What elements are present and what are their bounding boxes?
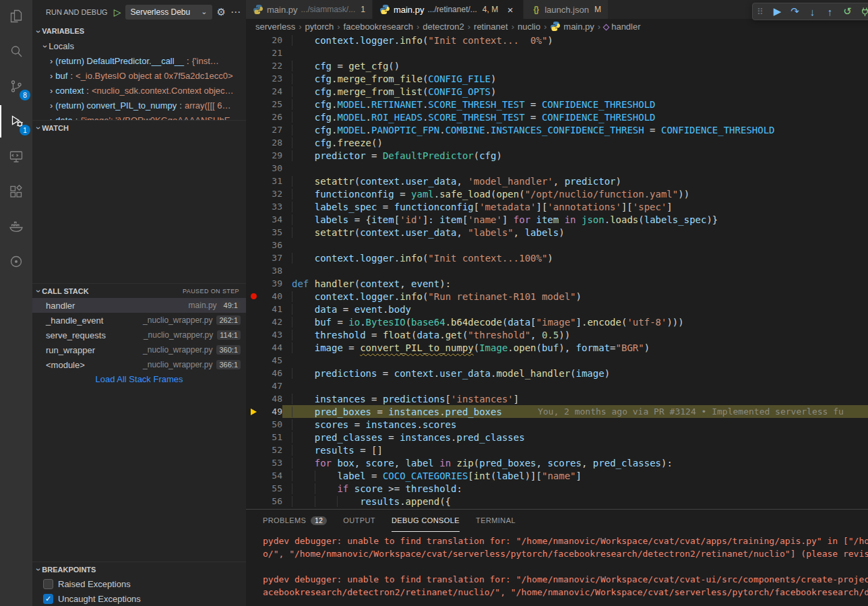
activity-item-source-control[interactable]: 8 [0, 70, 32, 102]
code-line[interactable]: 51 pred_classes = instances.pred_classes [246, 431, 868, 444]
code-line[interactable]: 49 pred_boxes = instances.pred_boxesYou,… [246, 405, 868, 418]
code-line[interactable]: 56 results.append({ [246, 495, 868, 508]
step-out-icon[interactable]: ↑ [822, 4, 838, 19]
breadcrumb-item[interactable]: pytorch [305, 22, 334, 32]
code-line[interactable]: 25 cfg.MODEL.RETINANET.SCORE_THRESH_TEST… [246, 98, 868, 111]
variables-section-header[interactable]: › VARIABLES [32, 24, 246, 38]
code-line[interactable]: 26 cfg.MODEL.ROI_HEADS.SCORE_THRESH_TEST… [246, 111, 868, 123]
code-line[interactable]: 54 label = COCO_CATEGORIES[int(label)]["… [246, 469, 868, 482]
code-line[interactable]: 42 buf = io.BytesIO(base64.b64decode(dat… [246, 315, 868, 328]
breadcrumb-item[interactable]: serverless [255, 22, 295, 32]
activity-item-circle-plugin[interactable] [0, 245, 32, 278]
python-file-icon [253, 4, 264, 15]
code-line[interactable]: 40 context.logger.info("Run retinanet-R1… [246, 290, 868, 303]
panel-tab-output[interactable]: OUTPUT [343, 510, 375, 532]
activity-item-remote-explorer[interactable] [0, 140, 32, 173]
breadcrumb-item[interactable]: retinanet [474, 22, 508, 32]
debug-console-output[interactable]: pydev debugger: unable to find translati… [246, 532, 868, 599]
code-line[interactable]: 32 functionconfig = yaml.safe_load(open(… [246, 187, 868, 200]
breakpoint-icon[interactable] [246, 293, 261, 299]
gear-icon[interactable]: ⚙ [217, 6, 226, 18]
code-line[interactable]: 53 for box, score, label in zip(pred_box… [246, 456, 868, 469]
call-stack-section-header[interactable]: › CALL STACK PAUSED ON STEP [32, 283, 246, 298]
call-stack-frame[interactable]: run_wrapper_nuclio_wrapper.py360:1 [32, 342, 246, 357]
call-stack-frame[interactable]: handlermain.py49:1 [32, 298, 246, 313]
code-text: cfg.freeze() [282, 138, 383, 148]
variable-row[interactable]: ›(return) DefaultPredictor.__call__: {'i… [32, 53, 246, 68]
breakpoint-row[interactable]: Raised Exceptions [32, 576, 246, 591]
checkbox-unchecked[interactable] [43, 579, 53, 589]
editor-tab[interactable]: main.py.../retinanet/...4, M× [373, 0, 524, 19]
call-stack-frame[interactable]: serve_requests_nuclio_wrapper.py114:1 [32, 328, 246, 342]
variable-row[interactable]: ›context: <nuclio_sdk.context.Context ob… [32, 83, 246, 98]
code-line[interactable]: 20 context.logger.info("Init context... … [246, 34, 868, 47]
variable-row[interactable]: ›buf: <_io.BytesIO object at 0x7f5a2dc1e… [32, 68, 246, 83]
editor-tab[interactable]: main.py.../siammask/...1 [246, 0, 373, 19]
activity-item-extensions[interactable] [0, 175, 32, 208]
debug-start-icon[interactable]: ▷ [114, 7, 121, 18]
breakpoint-row[interactable]: ✓Uncaught Exceptions [32, 591, 246, 606]
panel-tab-terminal[interactable]: TERMINAL [476, 510, 516, 532]
gripper-icon[interactable]: ⠿ [757, 7, 768, 17]
debug-config-dropdown[interactable]: Serverless Debu ⌄ [125, 5, 212, 20]
code-line[interactable]: 48 instances = predictions['instances'] [246, 392, 868, 405]
breadcrumb-item[interactable]: nuclio [518, 22, 540, 32]
code-line[interactable]: 22 cfg = get_cfg() [246, 59, 868, 72]
code-line[interactable]: 35 setattr(context.user_data, "labels", … [246, 226, 868, 239]
code-line[interactable]: 24 cfg.merge_from_list(CONFIG_OPTS) [246, 85, 868, 98]
breadcrumb-item[interactable]: main.py [550, 21, 594, 32]
load-all-stack-frames-link[interactable]: Load All Stack Frames [32, 372, 246, 387]
code-line[interactable]: 50 scores = instances.scores [246, 418, 868, 431]
line-number: 53 [261, 458, 282, 468]
panel-tab-debug-console[interactable]: DEBUG CONSOLE [392, 510, 460, 532]
disconnect-icon[interactable] [857, 4, 868, 19]
code-line[interactable]: 52 results = [] [246, 444, 868, 456]
activity-item-search[interactable] [0, 35, 32, 67]
current-line-arrow-icon[interactable] [246, 408, 261, 415]
code-line[interactable]: 34 labels = {item['id']: item['name'] fo… [246, 213, 868, 226]
variable-row[interactable]: ›data: {'image': 'iVBORw0KGgoAAAANSUhE… [32, 113, 246, 120]
breadcrumb-item[interactable]: detectron2 [423, 22, 464, 32]
code-line[interactable]: 23 cfg.merge_from_file(CONFIG_FILE) [246, 72, 868, 85]
call-stack-frame[interactable]: _handle_event_nuclio_wrapper.py262:1 [32, 313, 246, 328]
activity-item-run-and-debug[interactable]: 1 [0, 105, 32, 138]
code-line[interactable]: 47 [246, 380, 868, 392]
variable-row[interactable]: ›(return) convert_PIL_to_numpy: array([[… [32, 98, 246, 113]
editor-tab[interactable]: {}launch.jsonM [524, 0, 609, 19]
activity-item-explorer[interactable] [0, 0, 32, 32]
watch-section-header[interactable]: › WATCH [32, 120, 246, 135]
code-editor[interactable]: 20 context.logger.info("Init context... … [246, 34, 868, 508]
step-into-icon[interactable]: ↓ [805, 4, 820, 19]
code-line[interactable]: 43 threshold = float(data.get("threshold… [246, 328, 868, 341]
code-line[interactable]: 36 [246, 239, 868, 251]
code-line[interactable]: 33 labels_spec = functionconfig['metadat… [246, 200, 868, 213]
code-line[interactable]: 38 [246, 264, 868, 277]
code-line[interactable]: 37 context.logger.info("Init context...1… [246, 251, 868, 264]
code-line[interactable]: 46 predictions = context.user_data.model… [246, 367, 868, 380]
code-line[interactable]: 21 [246, 47, 868, 59]
breadcrumb-item[interactable]: facebookresearch [344, 22, 413, 32]
breakpoints-section-header[interactable]: › BREAKPOINTS [32, 562, 246, 576]
code-line[interactable]: 44 image = convert_PIL_to_numpy(Image.op… [246, 341, 868, 354]
more-actions-icon[interactable]: ⋯ [230, 6, 241, 18]
code-line[interactable]: 28 cfg.freeze() [246, 136, 868, 149]
variables-scope-row[interactable]: ›Locals [32, 38, 246, 53]
line-number: 47 [261, 381, 282, 391]
code-line[interactable]: 55 if score >= threshold: [246, 482, 868, 495]
code-line[interactable]: 27 cfg.MODEL.PANOPTIC_FPN.COMBINE.INSTAN… [246, 123, 868, 136]
code-line[interactable]: 39def handler(context, event): [246, 277, 868, 290]
step-over-icon[interactable]: ↷ [787, 4, 803, 19]
close-icon[interactable]: × [504, 4, 516, 16]
restart-icon[interactable]: ↺ [840, 4, 855, 19]
code-line[interactable]: 30 [246, 162, 868, 175]
code-line[interactable]: 29 predictor = DefaultPredictor(cfg) [246, 149, 868, 162]
activity-item-docker[interactable] [0, 210, 32, 243]
continue-icon[interactable]: ▶ [770, 4, 785, 19]
code-line[interactable]: 45 [246, 354, 868, 367]
panel-tab-problems[interactable]: PROBLEMS12 [263, 510, 327, 532]
code-line[interactable]: 41 data = event.body [246, 303, 868, 315]
call-stack-frame[interactable]: <module>_nuclio_wrapper.py366:1 [32, 357, 246, 372]
code-line[interactable]: 31 setattr(context.user_data, 'model_han… [246, 175, 868, 187]
breadcrumb-item[interactable]: handler [604, 22, 640, 32]
checkbox-checked[interactable]: ✓ [43, 594, 53, 604]
